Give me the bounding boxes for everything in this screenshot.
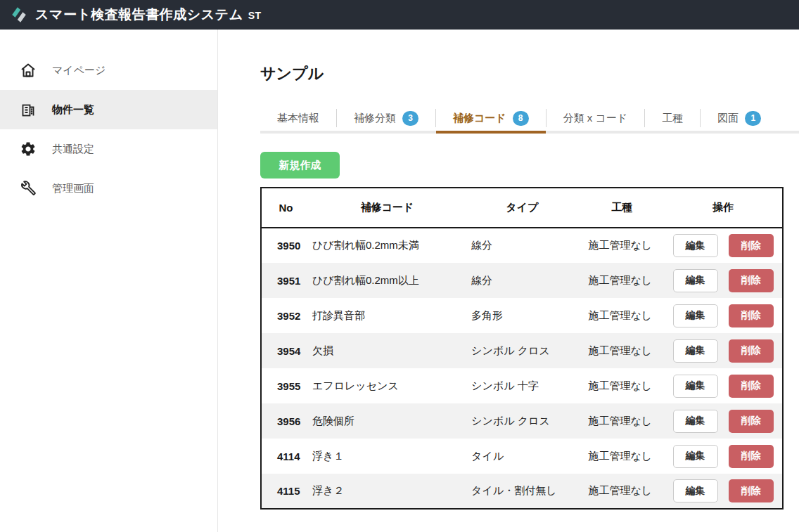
app-title: スマート検査報告書作成システム ST [35,6,262,24]
cell-type: 多角形 [464,298,580,333]
edit-button[interactable]: 編集 [673,479,718,502]
app-title-suffix: ST [248,10,262,21]
sidebar: マイページ 物件一覧 共通設定 [0,30,218,532]
edit-button[interactable]: 編集 [673,339,718,363]
app-logo-icon [10,6,28,24]
tab-bar: 基本情報補修分類3補修コード8分類 x コード工種図面1 [260,105,799,134]
cell-no: 3954 [261,333,310,368]
app-header: スマート検査報告書作成システム ST [0,0,799,30]
cell-repair-code: 浮き１ [310,439,464,474]
sidebar-item-label: 共通設定 [52,143,94,156]
cell-type: タイル [464,439,580,474]
cell-no: 4114 [261,439,310,474]
cell-work-type: 施工管理なし [580,403,665,439]
cell-work-type: 施工管理なし [580,439,665,474]
create-new-button[interactable]: 新規作成 [260,152,340,179]
cell-work-type: 施工管理なし [580,368,665,403]
cell-repair-code: 危険個所 [310,403,464,439]
cell-work-type: 施工管理なし [580,228,665,263]
edit-button[interactable]: 編集 [673,304,718,327]
sidebar-item-mypage[interactable]: マイページ [0,51,217,90]
tab-label: 分類 x コード [563,112,628,125]
repair-code-table: No 補修コード タイプ 工種 操作 3950ひび割れ幅0.2mm未満線分施工管… [260,187,784,510]
tab-0[interactable]: 基本情報 [260,105,336,134]
tab-label: 工種 [662,112,683,125]
delete-button[interactable]: 削除 [729,339,774,363]
cell-actions: 編集削除 [664,228,783,263]
building-icon [20,101,37,118]
cell-actions: 編集削除 [664,474,783,509]
sidebar-item-admin[interactable]: 管理画面 [0,169,217,208]
tab-3[interactable]: 分類 x コード [546,105,645,134]
home-icon [20,62,37,79]
cell-repair-code: エフロレッセンス [310,368,464,403]
delete-button[interactable]: 削除 [729,234,774,257]
cell-type: シンボル 十字 [464,368,580,403]
cell-repair-code: ひび割れ幅0.2mm未満 [310,228,464,263]
cell-work-type: 施工管理なし [580,263,665,298]
delete-button[interactable]: 削除 [729,304,774,327]
edit-button[interactable]: 編集 [673,410,718,433]
tab-label: 補修分類 [354,112,396,125]
wrench-icon [20,180,37,197]
tab-4[interactable]: 工種 [645,105,700,134]
sidebar-item-label: マイページ [52,64,106,77]
cell-actions: 編集削除 [664,263,783,298]
cell-no: 3955 [261,368,310,403]
delete-button[interactable]: 削除 [729,269,774,292]
table-row: 3951ひび割れ幅0.2mm以上線分施工管理なし編集削除 [261,263,783,298]
table-row: 3955エフロレッセンスシンボル 十字施工管理なし編集削除 [261,368,783,403]
cell-actions: 編集削除 [664,333,783,368]
delete-button[interactable]: 削除 [729,410,774,433]
delete-button[interactable]: 削除 [729,375,774,398]
cell-no: 3952 [261,298,310,333]
page-title: サンプル [260,63,799,84]
cell-actions: 編集削除 [664,298,783,333]
table-row: 3956危険個所シンボル クロス施工管理なし編集削除 [261,403,783,439]
sidebar-item-property-list[interactable]: 物件一覧 [0,90,217,129]
column-header-repair-code: 補修コード [310,188,464,228]
cell-repair-code: ひび割れ幅0.2mm以上 [310,263,464,298]
cell-type: 線分 [464,263,580,298]
cell-type: シンボル クロス [464,333,580,368]
tab-label: 基本情報 [277,112,319,125]
column-header-actions: 操作 [664,188,783,228]
delete-button[interactable]: 削除 [729,445,774,468]
tab-1[interactable]: 補修分類3 [337,105,435,134]
edit-button[interactable]: 編集 [673,445,718,468]
main-content: サンプル 基本情報補修分類3補修コード8分類 x コード工種図面1 新規作成 N… [218,30,799,532]
repair-code-table-body: 3950ひび割れ幅0.2mm未満線分施工管理なし編集削除3951ひび割れ幅0.2… [261,228,783,509]
cell-type: タイル・割付無し [464,474,580,509]
edit-button[interactable]: 編集 [673,269,718,292]
tab-badge: 3 [402,111,418,126]
tab-2[interactable]: 補修コード8 [436,105,546,134]
cell-no: 3950 [261,228,310,263]
cell-no: 3951 [261,263,310,298]
delete-button[interactable]: 削除 [729,479,774,502]
tab-badge: 1 [745,111,761,126]
cell-repair-code: 打診異音部 [310,298,464,333]
sidebar-item-common-settings[interactable]: 共通設定 [0,129,217,169]
tab-label: 補修コード [453,112,506,125]
cell-actions: 編集削除 [664,439,783,474]
cell-no: 4115 [261,474,310,509]
table-row: 3950ひび割れ幅0.2mm未満線分施工管理なし編集削除 [261,228,783,263]
cell-actions: 編集削除 [664,403,783,439]
column-header-no: No [261,188,310,228]
edit-button[interactable]: 編集 [673,234,718,257]
tab-badge: 8 [513,111,529,126]
sidebar-item-label: 管理画面 [52,182,94,195]
table-header: No 補修コード タイプ 工種 操作 [261,188,783,228]
cell-work-type: 施工管理なし [580,333,665,368]
tab-5[interactable]: 図面1 [701,105,778,134]
cell-no: 3956 [261,403,310,439]
cell-work-type: 施工管理なし [580,474,665,509]
gear-icon [20,141,37,157]
table-row: 4115浮き２タイル・割付無し施工管理なし編集削除 [261,474,783,509]
table-row: 3952打診異音部多角形施工管理なし編集削除 [261,298,783,333]
cell-type: 線分 [464,228,580,263]
edit-button[interactable]: 編集 [673,375,718,398]
sidebar-item-label: 物件一覧 [52,103,94,117]
cell-repair-code: 欠損 [310,333,464,368]
cell-actions: 編集削除 [664,368,783,403]
